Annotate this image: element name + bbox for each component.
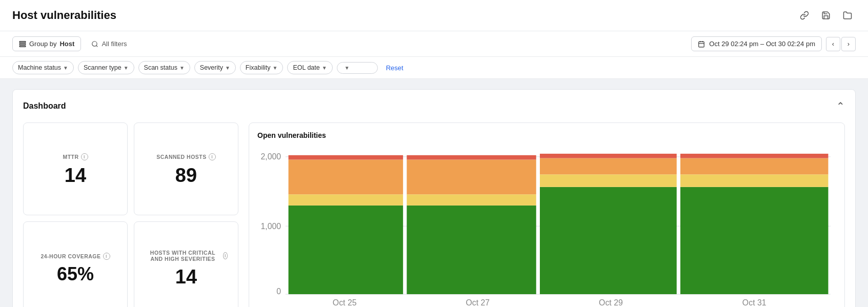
chart-area: 2,000 1,000 0 bbox=[257, 146, 834, 307]
top-bar: Host vulnerabilities bbox=[0, 0, 868, 31]
mttr-info-icon[interactable]: i bbox=[81, 153, 88, 160]
date-nav-arrows: ‹ › bbox=[826, 37, 856, 51]
metric-label-coverage: 24-HOUR COVERAGE i bbox=[41, 253, 110, 260]
svg-text:Oct 31: Oct 31 bbox=[742, 298, 766, 307]
chip-machine-status-label: Machine status bbox=[18, 64, 61, 71]
metrics-grid: MTTR i 14 SCANNED HOSTS i 89 24-HO bbox=[23, 122, 238, 307]
chip-scan-status-arrow: ▼ bbox=[179, 65, 185, 71]
chip-fixability-arrow: ▼ bbox=[272, 65, 277, 71]
chip-scan-status[interactable]: Scan status ▼ bbox=[138, 61, 190, 74]
svg-rect-26 bbox=[540, 154, 677, 158]
group-by-prefix: Group by bbox=[29, 40, 56, 48]
svg-rect-16 bbox=[289, 194, 403, 206]
metric-label-scanned-hosts: SCANNED HOSTS i bbox=[156, 153, 216, 160]
chip-severity-label: Severity bbox=[200, 64, 223, 71]
all-filters-label: All filters bbox=[102, 40, 127, 48]
svg-rect-19 bbox=[407, 206, 536, 294]
filter-chips-bar: Machine status ▼ Scanner type ▼ Scan sta… bbox=[0, 57, 868, 79]
metric-card-scanned-hosts: SCANNED HOSTS i 89 bbox=[134, 122, 238, 215]
svg-rect-23 bbox=[540, 187, 677, 294]
metric-label-critical-high: HOSTS WITH CRITICAL AND HIGH SEVERITIES … bbox=[145, 250, 228, 262]
date-range-button[interactable]: Oct 29 02:24 pm – Oct 30 02:24 pm bbox=[691, 36, 822, 51]
date-range-text: Oct 29 02:24 pm – Oct 30 02:24 pm bbox=[709, 40, 815, 48]
svg-rect-17 bbox=[289, 159, 403, 194]
svg-rect-2 bbox=[19, 45, 26, 46]
top-bar-actions bbox=[796, 7, 856, 24]
chip-eol-date-arrow: ▼ bbox=[322, 65, 327, 71]
svg-rect-21 bbox=[407, 159, 536, 194]
chip-fixability-label: Fixability bbox=[246, 64, 271, 71]
chip-scanner-type[interactable]: Scanner type ▼ bbox=[78, 61, 134, 74]
metric-card-mttr: MTTR i 14 bbox=[23, 122, 128, 215]
page-title: Host vulnerabilities bbox=[12, 9, 116, 22]
svg-rect-20 bbox=[407, 194, 536, 206]
coverage-info-icon[interactable]: i bbox=[103, 253, 110, 260]
chip-eol-date[interactable]: EOL date ▼ bbox=[287, 61, 332, 74]
filter-bar: Group by Host All filters Oct 29 02:24 p… bbox=[0, 31, 868, 57]
collapse-button[interactable]: ⌃ bbox=[836, 100, 845, 112]
svg-text:0: 0 bbox=[276, 287, 281, 296]
chip-machine-status[interactable]: Machine status ▼ bbox=[12, 61, 74, 74]
scanned-hosts-info-icon[interactable]: i bbox=[209, 153, 216, 160]
save-button[interactable] bbox=[818, 7, 834, 24]
chip-scanner-type-arrow: ▼ bbox=[124, 65, 129, 71]
svg-text:1,000: 1,000 bbox=[260, 222, 281, 231]
svg-rect-18 bbox=[289, 155, 403, 160]
metric-card-coverage: 24-HOUR COVERAGE i 65% bbox=[23, 221, 128, 307]
chip-fixability[interactable]: Fixability ▼ bbox=[240, 61, 284, 74]
svg-point-3 bbox=[92, 41, 97, 46]
svg-rect-25 bbox=[540, 158, 677, 175]
metrics-and-chart: MTTR i 14 SCANNED HOSTS i 89 24-HO bbox=[23, 122, 845, 307]
chart-title: Open vulnerabilities bbox=[257, 131, 834, 139]
folder-button[interactable] bbox=[839, 7, 856, 24]
chip-scanner-type-label: Scanner type bbox=[84, 64, 122, 71]
svg-line-4 bbox=[96, 45, 98, 47]
all-filters-button[interactable]: All filters bbox=[85, 37, 133, 51]
svg-text:2,000: 2,000 bbox=[260, 152, 281, 161]
metric-value-mttr: 14 bbox=[65, 166, 86, 185]
metric-value-scanned-hosts: 89 bbox=[175, 166, 197, 185]
chip-scan-status-label: Scan status bbox=[144, 64, 177, 71]
open-vulnerabilities-chart: 2,000 1,000 0 bbox=[257, 146, 834, 307]
chip-eol-date-label: EOL date bbox=[293, 64, 319, 71]
svg-text:Oct 27: Oct 27 bbox=[466, 298, 490, 307]
main-content: Dashboard ⌃ MTTR i 14 SCANNED HOSTS bbox=[0, 79, 868, 307]
svg-text:Oct 29: Oct 29 bbox=[599, 298, 623, 307]
svg-rect-24 bbox=[540, 174, 677, 187]
svg-rect-0 bbox=[19, 41, 26, 42]
critical-high-info-icon[interactable]: i bbox=[223, 252, 228, 259]
date-next-button[interactable]: › bbox=[841, 37, 856, 51]
group-by-value: Host bbox=[59, 40, 74, 48]
svg-rect-22 bbox=[407, 155, 536, 160]
chip-severity-arrow: ▼ bbox=[225, 65, 230, 71]
link-button[interactable] bbox=[796, 7, 813, 24]
reset-button[interactable]: Reset bbox=[382, 62, 408, 74]
group-by-button[interactable]: Group by Host bbox=[12, 36, 81, 51]
metric-value-coverage: 65% bbox=[57, 265, 94, 283]
chip-severity[interactable]: Severity ▼ bbox=[194, 61, 236, 74]
chip-extra[interactable]: ▼ bbox=[337, 62, 378, 74]
svg-rect-15 bbox=[289, 206, 403, 294]
metric-card-critical-high: HOSTS WITH CRITICAL AND HIGH SEVERITIES … bbox=[134, 221, 238, 307]
svg-rect-27 bbox=[680, 187, 828, 294]
dashboard-title: Dashboard bbox=[23, 101, 66, 111]
metric-value-critical-high: 14 bbox=[175, 267, 197, 286]
chip-extra-arrow: ▼ bbox=[345, 65, 350, 71]
chip-machine-status-arrow: ▼ bbox=[63, 65, 68, 71]
svg-rect-30 bbox=[680, 154, 828, 158]
dashboard-card: Dashboard ⌃ MTTR i 14 SCANNED HOSTS bbox=[12, 89, 856, 307]
svg-rect-5 bbox=[699, 42, 704, 47]
chart-container: Open vulnerabilities 2,000 1,000 0 bbox=[249, 122, 845, 307]
svg-text:Oct 25: Oct 25 bbox=[333, 298, 357, 307]
metric-label-mttr: MTTR i bbox=[63, 153, 88, 160]
svg-rect-1 bbox=[19, 43, 26, 44]
date-prev-button[interactable]: ‹ bbox=[826, 37, 840, 51]
svg-rect-29 bbox=[680, 158, 828, 175]
svg-rect-28 bbox=[680, 174, 828, 187]
dashboard-header: Dashboard ⌃ bbox=[23, 100, 845, 112]
